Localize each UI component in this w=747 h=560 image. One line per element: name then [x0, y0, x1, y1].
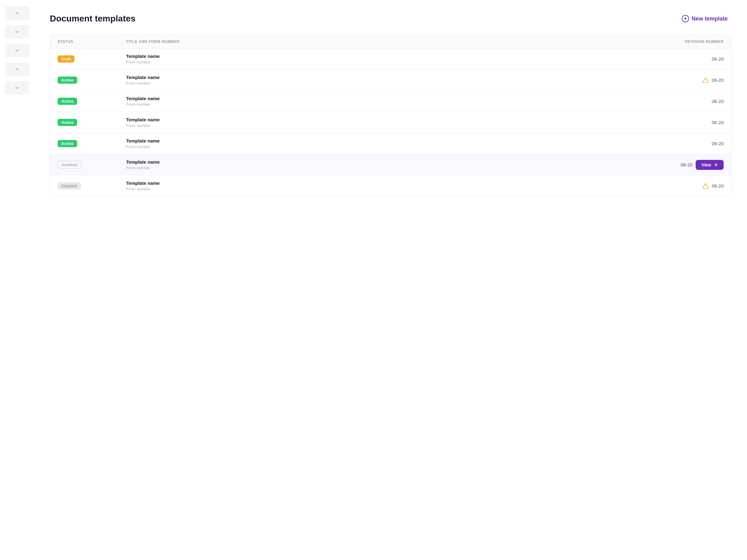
- sidebar-item-5[interactable]: [5, 81, 30, 95]
- form-number: Form number: [126, 165, 662, 170]
- template-name: Template name: [126, 138, 662, 143]
- sidebar: [0, 0, 34, 560]
- status-cell: Active: [58, 77, 126, 84]
- page-header: Document templates + New template: [50, 12, 731, 25]
- arrow-right-icon: [713, 162, 718, 167]
- warning-icon: [702, 183, 709, 189]
- revision-number: 06-20: [712, 56, 724, 61]
- status-cell: Active: [58, 119, 126, 126]
- status-cell: Draft: [58, 55, 126, 62]
- status-badge: Draft: [58, 55, 74, 62]
- table-row[interactable]: Disabled Template name Form number 06-20: [50, 176, 731, 196]
- view-button[interactable]: View: [696, 160, 724, 170]
- revision-number: 06-20: [681, 162, 693, 167]
- form-number: Form number: [126, 81, 662, 85]
- title-cell: Template name Form number: [126, 159, 662, 170]
- status-badge: Active: [58, 77, 77, 84]
- template-name: Template name: [126, 75, 662, 80]
- revision-cell: 06-20: [662, 56, 724, 61]
- status-badge: Archived: [58, 161, 81, 169]
- form-number: Form number: [126, 144, 662, 149]
- revision-number: 06-20: [712, 77, 724, 83]
- title-cell: Template name Form number: [126, 181, 662, 191]
- status-badge: Active: [58, 140, 77, 147]
- sidebar-item-4[interactable]: [5, 62, 30, 76]
- status-cell: Active: [58, 140, 126, 147]
- revision-number: 06-20: [712, 99, 724, 104]
- warning-icon: [702, 77, 709, 83]
- title-cell: Template name Form number: [126, 117, 662, 128]
- form-number: Form number: [126, 60, 662, 64]
- main-content: Document templates + New template STATUS…: [34, 0, 747, 560]
- status-cell: Active: [58, 98, 126, 105]
- template-name: Template name: [126, 96, 662, 101]
- revision-cell: 06-20: [662, 183, 724, 189]
- revision-number: 06-20: [712, 120, 724, 125]
- form-number: Form number: [126, 102, 662, 107]
- sidebar-item-2[interactable]: [5, 25, 30, 38]
- title-cell: Template name Form number: [126, 138, 662, 149]
- revision-number: 06-20: [712, 141, 724, 146]
- revision-cell: 06-20 View: [662, 160, 724, 170]
- status-badge: Disabled: [58, 182, 81, 189]
- col-status-label: STATUS: [58, 39, 126, 44]
- revision-cell: 06-20: [662, 141, 724, 146]
- title-cell: Template name Form number: [126, 96, 662, 107]
- sidebar-item-1[interactable]: [5, 6, 30, 20]
- title-cell: Template name Form number: [126, 54, 662, 64]
- template-name: Template name: [126, 159, 662, 165]
- status-cell: Archived: [58, 161, 126, 169]
- table-row[interactable]: Active Template name Form number 06-20: [50, 70, 731, 91]
- view-button-label: View: [701, 162, 711, 167]
- new-template-label: New template: [692, 16, 728, 22]
- col-title-label: TITLE AND FORM NUMBER: [126, 39, 662, 44]
- page-title: Document templates: [50, 14, 135, 24]
- new-template-button[interactable]: + New template: [678, 12, 731, 25]
- document-templates-table: STATUS TITLE AND FORM NUMBER REVISION NU…: [50, 35, 731, 196]
- table-header: STATUS TITLE AND FORM NUMBER REVISION NU…: [50, 35, 731, 49]
- revision-number: 06-20: [712, 183, 724, 189]
- revision-cell: 06-20: [662, 77, 724, 83]
- status-cell: Disabled: [58, 182, 126, 189]
- revision-cell: 06-20: [662, 99, 724, 104]
- col-revision-label: REVISION NUMBER: [662, 39, 724, 44]
- status-badge: Active: [58, 119, 77, 126]
- table-row[interactable]: Draft Template name Form number 06-20: [50, 49, 731, 70]
- table-row[interactable]: Active Template name Form number 06-20: [50, 112, 731, 133]
- sidebar-item-3[interactable]: [5, 44, 30, 57]
- table-row[interactable]: Archived Template name Form number 06-20…: [50, 154, 731, 176]
- table-row[interactable]: Active Template name Form number 06-20: [50, 91, 731, 112]
- form-number: Form number: [126, 123, 662, 128]
- status-badge: Active: [58, 98, 77, 105]
- template-name: Template name: [126, 117, 662, 122]
- template-name: Template name: [126, 54, 662, 59]
- table-row[interactable]: Active Template name Form number 06-20: [50, 133, 731, 154]
- title-cell: Template name Form number: [126, 75, 662, 85]
- plus-circle-icon: +: [681, 15, 689, 22]
- form-number: Form number: [126, 187, 662, 191]
- revision-cell: 06-20: [662, 120, 724, 125]
- template-name: Template name: [126, 181, 662, 186]
